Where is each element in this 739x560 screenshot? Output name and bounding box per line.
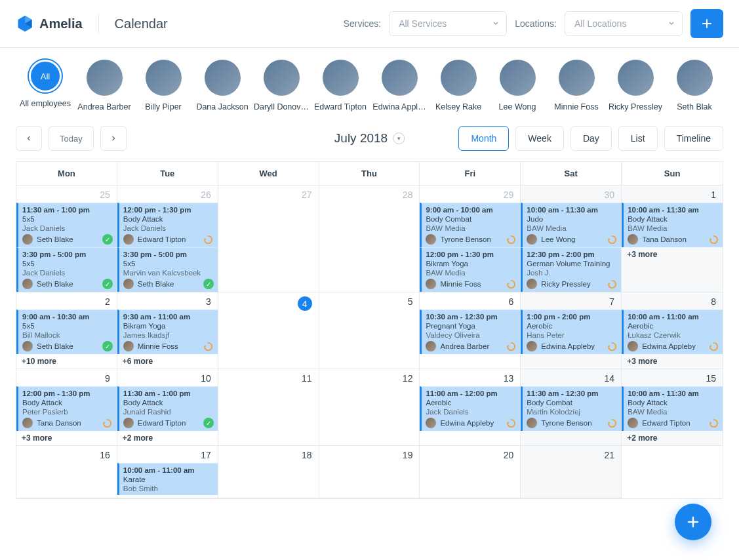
more-events-link[interactable]: +3 more [622,247,723,262]
today-label: Today [60,134,83,144]
calendar-cell[interactable]: 810:00 am - 11:00 amAerobicŁukasz Czerwi… [622,292,723,369]
event-item[interactable]: 11:30 am - 1:00 pm5x5Jack DanielsSeth Bl… [16,203,117,247]
event-service: Judo [527,215,617,223]
event-client: BAW Media [628,408,719,416]
calendar-cell[interactable]: 27 [218,186,319,292]
employee-avatar-small [123,234,134,245]
calendar-cell[interactable]: 71:00 pm - 2:00 pmAerobicHans PeterEdwin… [521,292,622,369]
event-service: German Volume Training [527,260,617,268]
event-employee: Tyrone Benson [440,235,502,243]
event-item[interactable]: 10:00 am - 11:00 amKarateBob Smith [117,463,218,495]
employee-filter-item[interactable]: AllAll employees [16,60,75,111]
view-month[interactable]: Month [458,126,509,151]
calendar-cell[interactable]: 20 [420,446,521,498]
calendar-cell[interactable]: 912:00 pm - 1:30 pmBody AttackPeter Pasi… [16,369,117,446]
calendar-cell[interactable]: 1510:00 am - 11:30 amBody AttackBAW Medi… [622,369,723,446]
calendar-cell[interactable]: 110:00 am - 11:30 amBody AttackBAW Media… [622,186,723,292]
event-client: BAW Media [628,224,719,232]
calendar-cell[interactable]: 5 [319,292,420,369]
month-selector[interactable]: July 2018 ▾ [334,131,405,146]
weekday-header: Tue [117,162,218,186]
date-number: 28 [319,186,420,203]
event-item[interactable]: 3:30 pm - 5:00 pm5x5Jack DanielsSeth Bla… [16,247,117,292]
calendar-cell[interactable]: 21 [521,446,622,498]
event-item[interactable]: 9:00 am - 10:00 amBody CombatBAW MediaTy… [420,203,520,247]
employee-filter-item[interactable]: Ricky Pressley [606,60,665,111]
view-timeline[interactable]: Timeline [664,126,723,151]
employee-avatar [146,60,182,96]
more-events-link[interactable]: +2 more [117,431,218,445]
employee-filter-item[interactable]: Edwina Appl… [370,60,429,111]
weekday-header: Sat [521,162,622,186]
calendar-cell[interactable]: 19 [319,446,420,498]
event-item[interactable]: 9:30 am - 11:00 amBikram YogaJames Ikads… [117,310,218,354]
calendar-cell[interactable]: 2511:30 am - 1:00 pm5x5Jack DanielsSeth … [16,186,117,292]
employee-filter-item[interactable]: Billy Piper [134,60,193,111]
employee-name: All employees [20,99,71,108]
event-time: 9:00 am - 10:00 am [426,206,516,214]
prev-button[interactable] [16,126,42,151]
view-day[interactable]: Day [570,126,612,151]
event-item[interactable]: 11:00 am - 12:00 pmAerobicJack DanielsEd… [420,386,520,431]
employee-filter-item[interactable]: Kelsey Rake [429,60,488,111]
event-item[interactable]: 3:30 pm - 5:00 pm5x5Marvin van Kalcvsbee… [117,247,218,292]
event-item[interactable]: 10:00 am - 11:30 amBody AttackBAW MediaE… [622,386,723,431]
more-events-link[interactable]: +3 more [16,431,117,445]
event-time: 10:00 am - 11:00 am [123,466,214,474]
event-item[interactable]: 12:00 pm - 1:30 pmBikram YogaBAW MediaMi… [420,247,520,292]
status-pending-icon [506,418,516,428]
more-events-link[interactable]: +3 more [622,354,723,369]
calendar-cell[interactable]: 1710:00 am - 11:00 amKarateBob Smith [117,446,218,498]
more-events-link[interactable]: +10 more [16,354,117,369]
event-item[interactable]: 9:00 am - 10:30 am5x5Bill MallockSeth Bl… [16,310,117,354]
calendar-cell[interactable]: 1311:00 am - 12:00 pmAerobicJack Daniels… [420,369,521,446]
event-client: Bob Smith [123,485,214,492]
calendar-cell[interactable]: 1411:30 am - 12:30 pmBody CombatMartin K… [521,369,622,446]
calendar-cell[interactable]: 610:30 am - 12:30 pmPregnant YogaValdecy… [420,292,521,369]
calendar-cell[interactable]: 4 [218,292,319,369]
event-client: Hans Peter [527,331,617,339]
event-item[interactable]: 12:00 pm - 1:30 pmBody AttackPeter Pasie… [16,386,117,431]
next-button[interactable] [100,126,127,151]
more-events-link[interactable]: +2 more [622,431,723,445]
calendar-cell[interactable]: 11 [218,369,319,446]
event-time: 10:00 am - 11:30 am [527,206,617,214]
calendar-cell[interactable]: 18 [218,446,319,498]
add-button[interactable] [690,9,723,38]
event-footer: Minnie Foss [426,279,516,289]
employee-filter-item[interactable]: Dana Jackson [193,60,252,111]
event-item[interactable]: 11:30 am - 12:30 pmBody CombatMartin Kol… [521,386,621,431]
view-list[interactable]: List [618,126,658,151]
today-button[interactable]: Today [49,126,94,151]
event-item[interactable]: 12:30 pm - 2:00 pmGerman Volume Training… [521,247,621,292]
calendar-cell[interactable]: 1011:30 am - 1:00 pmBody AttackJunaid Ra… [117,369,218,446]
employee-filter-item[interactable]: Daryll Donov… [252,60,311,111]
event-item[interactable]: 11:30 am - 1:00 pmBody AttackJunaid Rash… [117,386,218,431]
calendar-cell[interactable]: 3010:00 am - 11:30 amJudoBAW MediaLee Wo… [521,186,622,292]
event-item[interactable]: 10:00 am - 11:30 amJudoBAW MediaLee Wong [521,203,621,247]
more-events-link[interactable]: +6 more [117,354,218,369]
employee-filter-item[interactable]: Lee Wong [488,60,547,111]
employee-filter-item[interactable]: Edward Tipton [311,60,370,111]
services-select[interactable]: All Services [389,11,507,36]
employee-filter-item[interactable]: Seth Blak [665,60,724,111]
event-item[interactable]: 10:30 am - 12:30 pmPregnant YogaValdecy … [420,310,520,354]
view-week[interactable]: Week [515,126,564,151]
event-item[interactable]: 10:00 am - 11:30 amBody AttackBAW MediaT… [622,203,723,247]
calendar-cell[interactable]: 12 [319,369,420,446]
event-time: 11:00 am - 12:00 pm [426,390,516,397]
locations-select[interactable]: All Locations [565,11,683,36]
calendar-cell[interactable]: 29:00 am - 10:30 am5x5Bill MallockSeth B… [16,292,117,369]
calendar-cell[interactable]: 299:00 am - 10:00 amBody CombatBAW Media… [420,186,521,292]
event-employee: Edwina Appleby [541,342,603,350]
event-item[interactable]: 1:00 pm - 2:00 pmAerobicHans PeterEdwina… [521,310,621,354]
calendar-cell[interactable]: 16 [16,446,117,498]
calendar-cell[interactable]: 28 [319,186,420,292]
employee-filter-item[interactable]: Andrea Barber [75,60,134,111]
calendar-cell[interactable]: 39:30 am - 11:00 amBikram YogaJames Ikad… [117,292,218,369]
event-client: BAW Media [426,224,516,232]
calendar-cell[interactable]: 2612:00 pm - 1:30 pmBody AttackJack Dani… [117,186,218,292]
employee-filter-item[interactable]: Minnie Foss [547,60,606,111]
event-item[interactable]: 12:00 pm - 1:30 pmBody AttackJack Daniel… [117,203,218,247]
event-item[interactable]: 10:00 am - 11:00 amAerobicŁukasz Czerwik… [622,310,723,354]
